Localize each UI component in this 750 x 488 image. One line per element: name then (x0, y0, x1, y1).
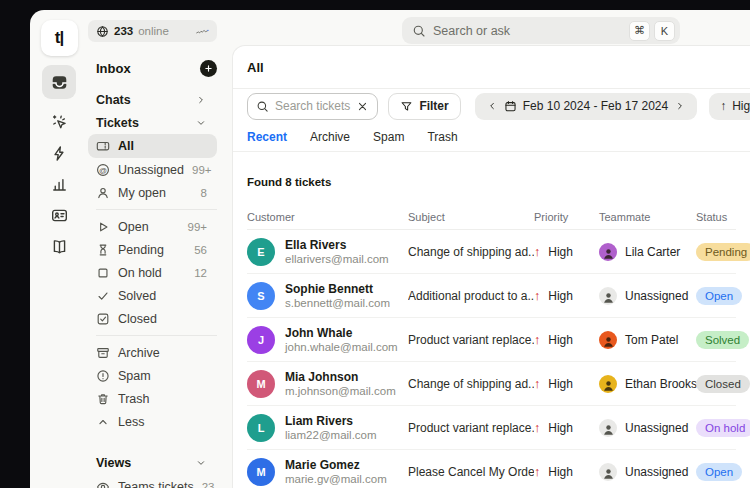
add-inbox-button[interactable] (200, 60, 217, 77)
ticket-row-sophie-bennett[interactable]: SSophie Bennetts.bennett@mail.comAdditio… (247, 274, 736, 318)
kbd-k: K (654, 21, 675, 41)
ticket-row-john-whale[interactable]: JJohn Whalejohn.whale@mail.comProduct va… (247, 318, 736, 362)
svg-text:@: @ (99, 165, 107, 174)
tab-recent[interactable]: Recent (247, 130, 287, 144)
ticket-subject: Additional product to a... (408, 289, 534, 303)
sidebar-item-tickets[interactable]: Tickets (88, 111, 217, 134)
teammate-avatar (599, 287, 617, 305)
app-logo[interactable]: t| (41, 20, 78, 56)
customer-email: ellarivers@mail.com (285, 253, 389, 265)
priority-high-icon: ↑ (534, 421, 540, 435)
teammate-name: Unassigned (625, 289, 688, 303)
sidebar-item-teams-tickets[interactable]: Teams tickets23 (88, 475, 217, 488)
sidebar-item-less[interactable]: Less (88, 410, 217, 433)
customer-email: john.whale@mail.com (285, 341, 398, 353)
ticket-row-liam-rivers[interactable]: LLiam Riversliam22@mail.comProduct varia… (247, 406, 736, 450)
teammate-avatar (599, 375, 617, 393)
ticket-row-ella-rivers[interactable]: EElla Riversellarivers@mail.comChange of… (247, 230, 736, 274)
priority-filter-button[interactable]: ↑ High (709, 93, 750, 120)
status-badge: On hold (696, 419, 750, 437)
sidebar-item-trash[interactable]: Trash (88, 387, 217, 410)
rail-contact-card-icon[interactable] (42, 200, 76, 230)
customer-cell: EElla Riversellarivers@mail.com (247, 238, 408, 266)
section-label: Views (96, 456, 131, 470)
customer-cell: SSophie Bennetts.bennett@mail.com (247, 282, 408, 310)
sidebar-item-label: Teams tickets (118, 480, 194, 488)
sidebar-item-archive[interactable]: Archive (88, 341, 217, 364)
ticket-row-mia-johnson[interactable]: MMia Johnsonm.johnson@mail.comChange of … (247, 362, 736, 406)
teammate-avatar (599, 463, 617, 481)
sidebar-item-unassigned[interactable]: @Unassigned99+ (88, 158, 217, 181)
sidebar-item-pending[interactable]: Pending56 (88, 238, 217, 261)
customer-avatar: E (247, 238, 275, 266)
sidebar-item-all[interactable]: All (88, 134, 217, 158)
arrow-up-icon: ↑ (720, 99, 726, 113)
ticket-subject: Change of shipping ad... (408, 245, 534, 259)
column-header-priority: Priority (534, 211, 599, 223)
chevron-down-icon (195, 457, 207, 469)
status-cell: Closed (696, 374, 750, 393)
tab-spam[interactable]: Spam (373, 130, 404, 144)
rail-bar-chart-icon[interactable] (42, 169, 76, 199)
teammate-avatar (599, 243, 617, 261)
priority-cell: ↑High (534, 333, 599, 347)
table-body: EElla Riversellarivers@mail.comChange of… (247, 230, 736, 488)
clear-search-icon[interactable] (356, 100, 369, 113)
ticket-search-input[interactable]: Search tickets (247, 93, 378, 120)
rail-inbox-icon[interactable] (42, 65, 76, 99)
item-count-badge: 99+ (187, 221, 207, 233)
customer-name: Mia Johnson (285, 370, 396, 384)
sidebar-divider (96, 209, 217, 210)
next-date-icon[interactable] (674, 100, 686, 112)
sidebar-item-closed[interactable]: Closed (88, 307, 217, 330)
rail-book-icon[interactable] (42, 231, 76, 261)
item-count-badge: 99+ (192, 164, 212, 176)
eye-icon (96, 480, 110, 488)
prev-date-icon[interactable] (486, 100, 498, 112)
priority-high-icon: ↑ (534, 377, 540, 391)
global-search-placeholder: Search or ask (433, 24, 622, 38)
sidebar-item-solved[interactable]: Solved (88, 284, 217, 307)
customer-avatar: J (247, 326, 275, 354)
ticket-search-placeholder: Search tickets (275, 99, 350, 113)
date-range-picker[interactable]: Feb 10 2024 - Feb 17 2024 (475, 93, 697, 120)
sidebar-item-label: Solved (118, 289, 156, 303)
sidebar-item-my-open[interactable]: My open8 (88, 181, 217, 204)
tickets-toolbar: Search tickets Filter Feb 10 2024 - Feb … (233, 89, 750, 123)
ticket-icon (96, 139, 110, 153)
square-icon (96, 266, 110, 280)
filter-button[interactable]: Filter (388, 93, 460, 120)
sidebar-item-on-hold[interactable]: On hold12 (88, 261, 217, 284)
sidebar-item-open[interactable]: Open99+ (88, 215, 217, 238)
teammate-name: Ethan Brooks (625, 377, 697, 391)
ticket-row-marie-gomez[interactable]: MMarie Gomezmarie.gv@mail.comPlease Canc… (247, 450, 736, 488)
teammate-name: Tom Patel (625, 333, 678, 347)
tab-archive[interactable]: Archive (310, 130, 350, 144)
teammate-name: Lila Carter (625, 245, 680, 259)
global-search-input[interactable]: Search or ask ⌘ K (402, 17, 680, 44)
at-icon: @ (96, 163, 110, 177)
tab-trash[interactable]: Trash (427, 130, 457, 144)
customer-avatar: S (247, 282, 275, 310)
sidebar-nav: ChatsTicketsAll@Unassigned99+My open8Ope… (88, 88, 217, 488)
inbox-section-row: Inbox (88, 56, 217, 80)
customer-email: s.bennett@mail.com (285, 297, 390, 309)
column-header-status: Status (696, 211, 736, 223)
tickets-panel: All Search tickets Filter Feb 10 2024 - … (232, 45, 750, 488)
item-count-badge: 8 (201, 187, 207, 199)
rail-sparkle-cursor-icon[interactable] (42, 107, 76, 137)
sidebar-item-spam[interactable]: Spam (88, 364, 217, 387)
online-status-pill[interactable]: 233 online (88, 20, 217, 42)
sidebar-section-views[interactable]: Views (88, 451, 217, 475)
sidebar-gap (88, 433, 217, 451)
item-count-badge: 12 (194, 267, 207, 279)
priority-high-icon: ↑ (534, 465, 540, 479)
kbd-cmd: ⌘ (629, 21, 650, 41)
sidebar: 233 online Inbox ChatsTicketsAll@Unassig… (88, 10, 227, 488)
sidebar-item-label: Archive (118, 346, 160, 360)
sidebar-item-chats[interactable]: Chats (88, 88, 217, 111)
priority-cell: ↑High (534, 465, 599, 479)
customer-avatar: L (247, 414, 275, 442)
rail-lightning-icon[interactable] (42, 138, 76, 168)
priority-label: High (548, 377, 573, 391)
